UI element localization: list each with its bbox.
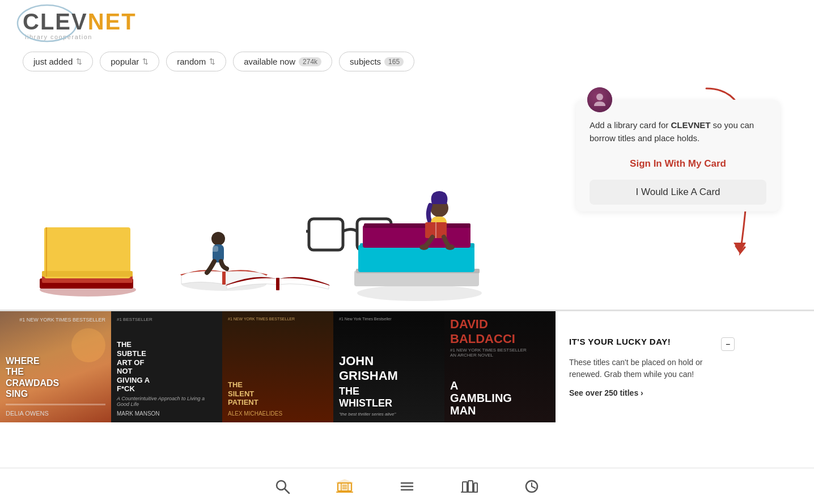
- books-section: #1 NEW YORK TIMES BESTSELLER WHERETHECRA…: [0, 311, 814, 422]
- filter-popular[interactable]: popular ⇅: [100, 52, 159, 71]
- svg-rect-4: [44, 227, 130, 278]
- sort-icon: ⇅: [142, 57, 149, 66]
- nav-library[interactable]: [336, 478, 354, 494]
- svg-point-30: [596, 94, 603, 100]
- svg-point-29: [446, 244, 455, 250]
- logo-net: NET: [88, 9, 137, 35]
- svg-rect-46: [468, 481, 473, 492]
- svg-rect-20: [358, 245, 474, 272]
- lucky-day-title: IT'S YOUR LUCKY DAY!: [569, 337, 671, 346]
- nav-filters: just added ⇅ popular ⇅ random ⇅ availabl…: [0, 40, 814, 83]
- popup-actions: Sign In With My Card I Would Like A Card: [590, 154, 766, 205]
- lucky-day-panel: IT'S YOUR LUCKY DAY! − These titles can'…: [556, 311, 748, 422]
- book-cover-silent-patient[interactable]: #1 NEW YORK TIMES BESTSELLER THESILENTPA…: [222, 311, 333, 422]
- filter-available-now[interactable]: available now 274k: [233, 52, 332, 71]
- book-stack-illustration: [34, 185, 142, 298]
- book-cover-subtle-art[interactable]: #1 BESTSELLER THESUBTLEART OFNOTGIVING A…: [111, 311, 222, 422]
- popup-org-name: CLEVNET: [671, 120, 710, 130]
- filter-random[interactable]: random ⇅: [166, 52, 226, 71]
- bottom-navigation: [0, 468, 814, 504]
- logo-clev: CLEV: [23, 9, 88, 35]
- svg-rect-47: [474, 483, 477, 492]
- svg-rect-23: [364, 223, 470, 228]
- header: CLEV NET library cooperation: [0, 0, 814, 40]
- nav-history[interactable]: [524, 478, 540, 494]
- giant-stack-illustration: [351, 171, 487, 304]
- library-card-popup: Add a library card for CLEVNET so you ca…: [576, 100, 780, 211]
- lucky-day-description: These titles can't be placed on hold or …: [569, 357, 735, 380]
- logo: CLEV NET library cooperation: [23, 9, 136, 40]
- nav-search[interactable]: [274, 478, 290, 494]
- popup-text: Add a library card for CLEVNET so you ca…: [590, 119, 766, 145]
- sort-icon: ⇅: [76, 57, 82, 66]
- svg-point-9: [211, 232, 225, 245]
- lucky-day-header: IT'S YOUR LUCKY DAY! −: [569, 337, 735, 352]
- hero-section: Add a library card for CLEVNET so you ca…: [0, 83, 814, 310]
- sign-in-with-card-button[interactable]: Sign In With My Card: [590, 154, 766, 174]
- hero-illustrations: [34, 179, 374, 298]
- nav-shelf[interactable]: [460, 478, 478, 494]
- svg-rect-16: [276, 278, 279, 290]
- svg-line-51: [532, 486, 535, 488]
- popup-avatar: [587, 87, 612, 112]
- svg-rect-22: [363, 225, 470, 248]
- svg-rect-5: [42, 271, 133, 277]
- nav-menu[interactable]: [399, 478, 415, 494]
- book-cover-whistler[interactable]: #1 New York Times Bestseller JOHNGRISHAM…: [333, 311, 444, 422]
- subjects-badge: 165: [384, 57, 404, 66]
- filter-subjects[interactable]: subjects 165: [339, 52, 414, 71]
- get-card-button[interactable]: I Would Like A Card: [590, 180, 766, 205]
- filter-just-added[interactable]: just added ⇅: [23, 52, 93, 71]
- sort-icon: ⇅: [209, 57, 215, 66]
- available-badge: 274k: [299, 57, 321, 66]
- svg-rect-12: [309, 219, 343, 250]
- svg-rect-11: [207, 246, 218, 252]
- svg-point-17: [357, 285, 482, 301]
- lucky-day-close-button[interactable]: −: [721, 337, 735, 351]
- books-scroll-area: #1 NEW YORK TIMES BESTSELLER WHERETHECRA…: [0, 311, 814, 422]
- svg-line-33: [285, 489, 289, 493]
- svg-point-28: [419, 244, 429, 250]
- book-cover-crawdads[interactable]: #1 NEW YORK TIMES BESTSELLER WHERETHECRA…: [0, 311, 111, 422]
- open-book-illustration: [221, 256, 334, 293]
- lucky-day-link[interactable]: See over 250 titles ›: [569, 388, 735, 397]
- book-cover-gambling-man[interactable]: DAVIDBALDACCI #1 NEW YORK TIMES BESTSELL…: [444, 311, 556, 422]
- svg-rect-45: [463, 482, 467, 492]
